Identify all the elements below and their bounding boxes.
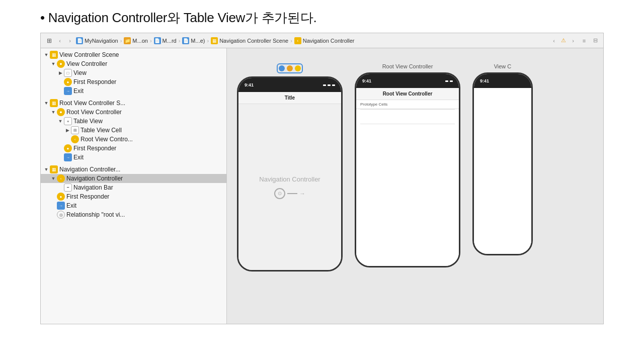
doc-icon: 📄 — [76, 37, 83, 44]
rel-icon: ◎ — [57, 211, 65, 219]
toolbar-back-2[interactable]: ‹ — [550, 37, 558, 45]
doc-icon-2: 📄 — [154, 37, 161, 44]
phone-notch-3: 9:41 — [474, 74, 531, 88]
exit-label-1: Exit — [73, 87, 84, 95]
nav-ctrl-icon-tree: ‹ — [71, 135, 79, 143]
fr-label-3: First Responder — [66, 193, 109, 200]
tree-item-fr1[interactable]: ▶ ● First Responder — [41, 77, 226, 86]
tree-item-vc[interactable]: ▼ ● View Controller — [41, 59, 226, 68]
grid-view-icon[interactable]: ⊞ — [45, 36, 54, 45]
breadcrumb-nav-ctrl[interactable]: ‹ Navigation Controller — [294, 37, 355, 44]
nav-bar-label: Navigation Bar — [73, 184, 113, 191]
vc-icon: ● — [57, 60, 65, 68]
phone-nav-ctrl-wrapper: 9:41 Title Navigation Controller — [237, 63, 343, 272]
scene-navigator: ▼ ▦ View Controller Scene ▼ ● View Contr… — [41, 48, 227, 324]
top-annotation: • Navigation Controller와 Table View가 추가된… — [0, 0, 644, 33]
toolbar: ⊞ ‹ › 📄 MyNavigation › 📁 M...on › 📄 M...… — [41, 33, 603, 48]
canvas: 9:41 Title Navigation Controller — [227, 48, 603, 324]
phone-time-1: 9:41 — [245, 82, 254, 87]
tree-item-root-rel[interactable]: ▶ ‹ Root View Contro... — [41, 135, 226, 144]
root-rel-label: Root View Contro... — [80, 136, 133, 143]
doc-icon-3: 📄 — [182, 37, 189, 44]
list-view-icon[interactable]: ≡ — [580, 37, 588, 45]
tree-item-tvcell[interactable]: ▶ ▤ Table View Cell — [41, 126, 226, 135]
scene-icon: ▦ — [211, 37, 218, 44]
fr-label-1: First Responder — [73, 78, 116, 85]
phone-label-3: View C — [494, 63, 512, 69]
fr-icon-1: ● — [64, 78, 72, 86]
back-button[interactable]: ‹ — [56, 37, 64, 45]
exit-label-2: Exit — [73, 154, 84, 161]
phone-notch-1: 9:41 — [238, 78, 341, 92]
breadcrumb-mynavigation[interactable]: 📄 MyNavigation — [76, 37, 118, 44]
tree-item-root-scene[interactable]: ▼ ▦ Root View Controller S... — [41, 99, 226, 108]
tree-item-exit3[interactable]: ▶ → Exit — [41, 201, 226, 210]
phone-frame-1: 9:41 Title Navigation Controller — [237, 76, 343, 272]
nav-bar-icon: ━ — [64, 184, 72, 192]
ide-container: ⊞ ‹ › 📄 MyNavigation › 📁 M...on › 📄 M...… — [40, 33, 604, 324]
view-label: View — [73, 69, 87, 76]
root-vc-label: Root View Controller — [66, 109, 122, 116]
warning-icon[interactable]: ⚠ — [561, 37, 566, 44]
folder-icon: 📁 — [124, 37, 131, 44]
tree-item-root-vc[interactable]: ▼ ● Root View Controller — [41, 108, 226, 117]
exit-icon-2: → — [64, 153, 72, 161]
phone-time-2: 9:41 — [362, 78, 371, 83]
ctrl-dot-orange — [287, 65, 293, 71]
tree-item-nav-bar[interactable]: ▶ ━ Navigation Bar — [41, 183, 226, 192]
phone-notch-2: 9:41 — [356, 74, 459, 88]
phone-selection-box — [277, 63, 303, 73]
vc-scene-label: View Controller Scene — [59, 51, 119, 58]
nav-ctrl-icon: ‹ — [294, 37, 301, 44]
phone-vc-wrapper: View C 9:41 — [472, 63, 533, 255]
tree-item-exit1[interactable]: ▶ → Exit — [41, 86, 226, 96]
tree-item-vc-scene[interactable]: ▼ ▦ View Controller Scene — [41, 50, 226, 59]
toolbar-fwd-2[interactable]: › — [569, 37, 577, 45]
root-vc-icon: ● — [57, 108, 65, 116]
phone-body-2: Prototype Cells Table View Prototype Con… — [356, 100, 459, 266]
status-icons-2 — [445, 80, 453, 82]
scene-icon-vc: ▦ — [50, 51, 58, 59]
forward-button[interactable]: › — [66, 37, 74, 45]
tree-item-fr2[interactable]: ▶ ● First Responder — [41, 144, 226, 153]
tree-item-nav-ctrl[interactable]: ▼ ‹ Navigation Controller — [41, 174, 226, 183]
phone-nav-bar-2: Root View Controller — [356, 88, 459, 100]
fr-icon-2: ● — [64, 144, 72, 152]
phone-root-vc-wrapper: Root View Controller 9:41 Root View Cont… — [355, 63, 460, 267]
cell-label: Table View Cell — [80, 127, 122, 134]
nav-ctrl-center: Navigation Controller ⊙ → — [238, 104, 341, 270]
arrow-connector: ⊙ → — [274, 188, 305, 199]
tree-item-relationship[interactable]: ▶ ◎ Relationship "root vi... — [41, 210, 226, 219]
toolbar-right: ‹ ⚠ › ≡ ⊟ — [550, 37, 599, 45]
breadcrumb-m-e[interactable]: 📄 M...e) — [182, 37, 205, 44]
prototype-cells-label: Prototype Cells — [356, 100, 459, 109]
arrow-head: → — [299, 190, 305, 197]
exit-label-3: Exit — [66, 202, 76, 209]
phone-time-3: 9:41 — [480, 78, 489, 83]
phone-controls — [279, 65, 301, 71]
arrow-line — [287, 193, 297, 194]
nav-ctrl-icon-selected: ‹ — [57, 174, 65, 183]
nav-scene-label: Navigation Controller... — [59, 166, 120, 173]
tree-item-nav-scene[interactable]: ▼ ▦ Navigation Controller... — [41, 165, 226, 174]
phone-nav-bar-1: Title — [238, 92, 341, 104]
breadcrumb-m-on[interactable]: 📁 M...on — [124, 37, 148, 44]
scene-icon-root: ▦ — [50, 99, 58, 107]
tree-item-view[interactable]: ▶ □ View — [41, 68, 226, 77]
breadcrumb-nav-scene[interactable]: ▦ Navigation Controller Scene — [211, 37, 288, 44]
tree-item-tableview[interactable]: ▼ ≡ Table View — [41, 117, 226, 126]
tree-item-exit2[interactable]: ▶ → Exit — [41, 153, 226, 162]
nav-ctrl-text: Navigation Controller — [259, 175, 320, 183]
split-view-icon[interactable]: ⊟ — [591, 37, 599, 45]
scene-icon-nav: ▦ — [50, 165, 58, 173]
exit-icon-1: → — [64, 87, 72, 95]
phone-body-3 — [474, 88, 531, 254]
fr-label-2: First Responder — [73, 145, 116, 152]
breadcrumb-m-rd[interactable]: 📄 M...rd — [154, 37, 177, 44]
tree-item-fr3[interactable]: ▶ ● First Responder — [41, 192, 226, 201]
phone-frame-2: 9:41 Root View Controller Prototype Cell… — [355, 72, 460, 267]
cell-icon: ▤ — [71, 126, 79, 134]
exit-icon-3: → — [57, 202, 65, 210]
root-scene-label: Root View Controller S... — [59, 100, 125, 107]
arrow-circle: ⊙ — [274, 188, 285, 199]
